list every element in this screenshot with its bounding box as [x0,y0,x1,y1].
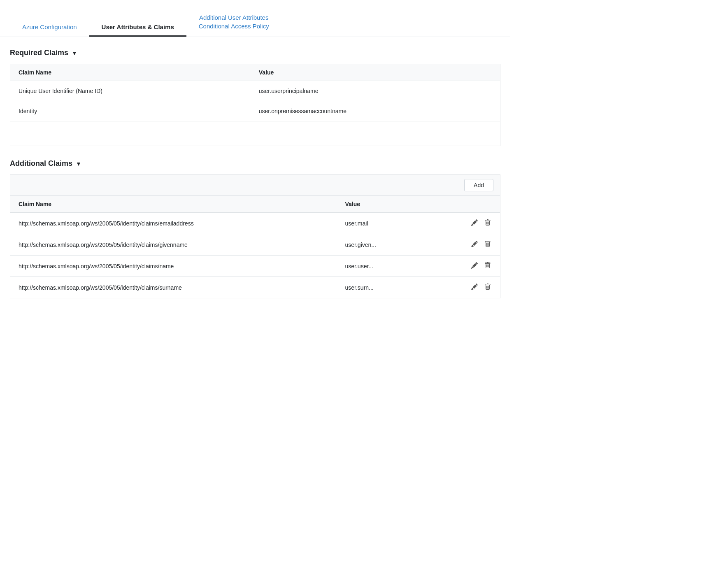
additional-claim-value-0: user.mail [337,213,446,234]
table-row: Unique User Identifier (Name ID) user.us… [10,81,500,101]
trash-icon [484,284,491,290]
additional-claims-title: Additional Claims [10,159,72,168]
required-claims-col-name: Claim Name [10,64,251,81]
additional-claims-col-value: Value [337,196,446,213]
pencil-icon [471,262,478,269]
delete-button-2[interactable] [484,261,492,271]
additional-claim-name-2: http://schemas.xmlsoap.org/ws/2005/05/id… [10,256,337,277]
additional-claims-chevron[interactable]: ▼ [76,160,81,167]
tab-azure-configuration[interactable]: Azure Configuration [10,19,89,37]
table-row: http://schemas.xmlsoap.org/ws/2005/05/id… [10,256,500,277]
additional-claim-actions-0 [446,213,500,234]
edit-button-2[interactable] [470,261,479,271]
additional-claim-name-3: http://schemas.xmlsoap.org/ws/2005/05/id… [10,277,337,298]
pencil-icon [471,241,478,247]
table-row-empty [10,121,500,146]
additional-claim-name-1: http://schemas.xmlsoap.org/ws/2005/05/id… [10,234,337,256]
delete-button-1[interactable] [484,240,492,249]
nav-tabs: Azure Configuration User Attributes & Cl… [0,0,510,37]
additional-claim-value-2: user.user... [337,256,446,277]
required-claim-name-0: Unique User Identifier (Name ID) [10,81,251,101]
delete-button-3[interactable] [484,283,492,292]
table-row: http://schemas.xmlsoap.org/ws/2005/05/id… [10,277,500,298]
required-claim-value-0: user.userprincipalname [251,81,500,101]
additional-claim-actions-1 [446,234,500,256]
required-claim-name-1: Identity [10,101,251,121]
required-claim-value-1: user.onpremisessamaccountname [251,101,500,121]
required-claims-title: Required Claims [10,49,68,57]
required-claims-section-header: Required Claims ▼ [10,49,500,57]
add-button[interactable]: Add [464,179,493,191]
additional-claim-name-0: http://schemas.xmlsoap.org/ws/2005/05/id… [10,213,337,234]
tab-additional-user-attributes[interactable]: Additional User Attributes Conditional A… [186,8,281,37]
additional-claims-section-header: Additional Claims ▼ [10,159,500,168]
edit-button-1[interactable] [470,240,479,249]
tab-user-attributes-claims[interactable]: User Attributes & Claims [89,19,186,37]
required-claims-chevron[interactable]: ▼ [72,50,77,56]
pencil-icon [471,219,478,226]
required-claims-table: Claim Name Value Unique User Identifier … [10,64,500,146]
additional-claims-table: Claim Name Value http://schemas.xmlsoap.… [10,195,500,298]
edit-button-3[interactable] [470,283,479,292]
table-row: http://schemas.xmlsoap.org/ws/2005/05/id… [10,213,500,234]
pencil-icon [471,284,478,290]
additional-claim-actions-2 [446,256,500,277]
edit-button-0[interactable] [470,218,479,228]
required-claims-col-value: Value [251,64,500,81]
delete-button-0[interactable] [484,218,492,228]
trash-icon [484,241,491,247]
additional-claim-actions-3 [446,277,500,298]
main-content: Required Claims ▼ Claim Name Value Uniqu… [0,37,510,310]
additional-claims-col-actions [446,196,500,213]
additional-claims-col-name: Claim Name [10,196,337,213]
trash-icon [484,219,491,226]
trash-icon [484,262,491,269]
table-row: Identity user.onpremisessamaccountname [10,101,500,121]
additional-claim-value-1: user.given... [337,234,446,256]
table-row: http://schemas.xmlsoap.org/ws/2005/05/id… [10,234,500,256]
add-bar: Add [10,174,500,195]
additional-claim-value-3: user.surn... [337,277,446,298]
